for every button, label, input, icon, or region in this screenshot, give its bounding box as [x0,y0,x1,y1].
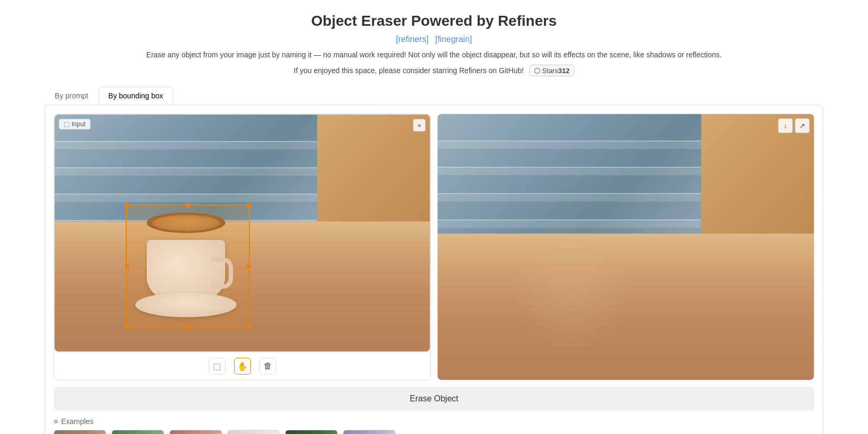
bb-handle-bl[interactable] [125,325,129,329]
tab-by-prompt[interactable]: By prompt [45,87,98,105]
bb-handle-lm[interactable] [125,264,129,268]
coffee-scene [55,115,430,351]
bb-handle-bm[interactable] [186,325,190,329]
input-icon: ⬚ [64,120,69,128]
example-thumb-5[interactable] [285,430,338,434]
output-scene [438,114,814,380]
main-panel: ⬚ Input × [45,105,823,434]
examples-section: ≡ Examples [54,417,814,434]
erase-btn-row: Erase Object [54,387,814,411]
tabs-container: By prompt By bounding box [45,87,823,105]
download-icon: ↓ [784,122,788,130]
stars-row: If you enjoyed this space, please consid… [45,65,823,76]
example-thumb-1[interactable] [54,430,106,434]
erased-area [509,215,633,354]
share-icon: ↗ [799,122,805,130]
example-thumb-6[interactable] [343,430,396,434]
input-label: ⬚ Input [59,119,90,129]
example-thumb-2[interactable] [112,430,164,434]
move-icon: ✋ [237,361,248,371]
stars-count: 312 [558,67,570,75]
github-icon: ⬡ [534,66,540,75]
bb-handle-tm[interactable] [186,204,190,208]
example-thumb-4[interactable] [227,430,280,434]
refiners-link[interactable]: [refiners] [396,35,429,44]
bb-handle-rm[interactable] [247,264,251,268]
input-label-text: Input [72,120,86,128]
output-actions: ↓ ↗ [778,118,810,133]
page-title: Object Eraser Powered by Refiners [45,13,823,29]
share-button[interactable]: ↗ [795,118,810,133]
bb-handle-tr[interactable] [247,204,251,208]
bounding-box[interactable] [126,205,249,328]
stars-badge[interactable]: ⬡ Stars 312 [529,65,574,76]
erase-object-button[interactable]: Erase Object [54,387,814,411]
image-toolbar: ⬚ ✋ 🗑 [54,352,430,380]
finegrain-link[interactable]: [finegrain] [435,35,472,44]
images-row: ⬚ Input × [54,114,814,380]
output-panel: ↓ ↗ [437,114,814,380]
delete-tool-button[interactable]: 🗑 [259,358,276,375]
move-tool-button[interactable]: ✋ [234,358,251,375]
page-links: [refiners] [finegrain] [45,35,823,44]
select-icon: ⬚ [213,361,221,371]
list-icon: ≡ [54,417,58,426]
example-thumb-3[interactable] [169,430,222,434]
examples-row [54,430,814,434]
stars-label: Stars [542,67,558,75]
examples-label-text: Examples [61,417,93,426]
input-panel-wrapper: ⬚ Input × [54,114,431,380]
page-description: Erase any object from your image just by… [45,49,823,60]
bb-handle-tl[interactable] [125,204,129,208]
close-button[interactable]: × [413,119,426,132]
bb-handle-br[interactable] [247,325,251,329]
input-panel: ⬚ Input × [54,114,430,352]
select-tool-button[interactable]: ⬚ [209,358,226,375]
examples-label: ≡ Examples [54,417,814,426]
tab-by-bounding-box[interactable]: By bounding box [98,87,173,105]
stars-text: If you enjoyed this space, please consid… [294,66,523,75]
delete-icon: 🗑 [264,361,272,371]
download-button[interactable]: ↓ [778,118,793,133]
